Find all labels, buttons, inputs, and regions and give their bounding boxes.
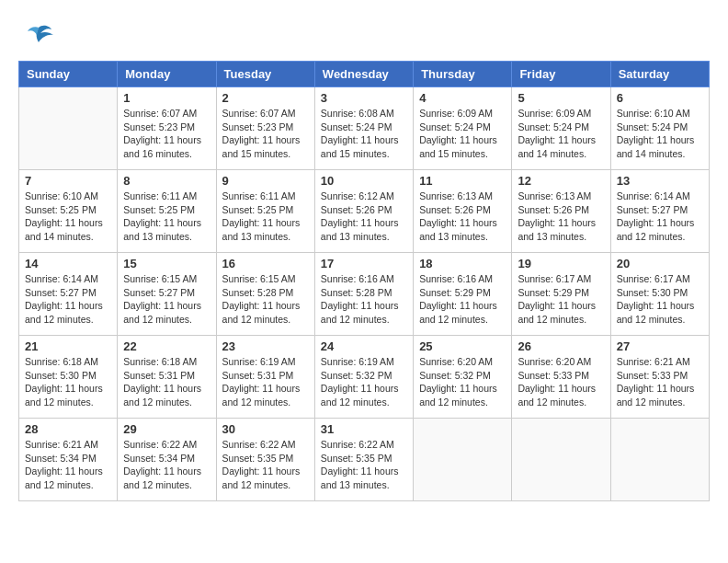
calendar-table: SundayMondayTuesdayWednesdayThursdayFrid… (18, 61, 710, 501)
day-number: 3 (321, 91, 407, 105)
day-info: Sunrise: 6:20 AM Sunset: 5:33 PM Dayligh… (518, 355, 604, 409)
calendar-cell: 17Sunrise: 6:16 AM Sunset: 5:28 PM Dayli… (314, 253, 413, 336)
day-info: Sunrise: 6:13 AM Sunset: 5:26 PM Dayligh… (518, 190, 604, 244)
day-number: 18 (419, 257, 506, 270)
day-number: 7 (25, 174, 111, 188)
calendar-cell: 28Sunrise: 6:21 AM Sunset: 5:34 PM Dayli… (19, 419, 118, 501)
day-number: 10 (321, 174, 407, 188)
day-number: 19 (518, 257, 604, 270)
calendar-cell: 16Sunrise: 6:15 AM Sunset: 5:28 PM Dayli… (216, 253, 314, 336)
day-info: Sunrise: 6:16 AM Sunset: 5:28 PM Dayligh… (321, 272, 407, 327)
day-number: 20 (617, 257, 703, 270)
calendar-cell: 1Sunrise: 6:07 AM Sunset: 5:23 PM Daylig… (118, 87, 216, 170)
day-info: Sunrise: 6:22 AM Sunset: 5:35 PM Dayligh… (222, 438, 309, 492)
calendar-cell: 15Sunrise: 6:15 AM Sunset: 5:27 PM Dayli… (118, 253, 216, 336)
day-info: Sunrise: 6:10 AM Sunset: 5:24 PM Dayligh… (617, 107, 703, 161)
day-number: 9 (222, 174, 309, 188)
calendar-cell: 4Sunrise: 6:09 AM Sunset: 5:24 PM Daylig… (414, 87, 512, 170)
day-info: Sunrise: 6:11 AM Sunset: 5:25 PM Dayligh… (123, 190, 210, 244)
weekday-header: Thursday (414, 62, 512, 87)
day-info: Sunrise: 6:19 AM Sunset: 5:32 PM Dayligh… (321, 355, 407, 409)
day-number: 21 (25, 339, 111, 353)
day-number: 16 (222, 257, 309, 270)
calendar-cell: 29Sunrise: 6:22 AM Sunset: 5:34 PM Dayli… (118, 419, 216, 501)
day-info: Sunrise: 6:13 AM Sunset: 5:26 PM Dayligh… (419, 190, 506, 244)
day-info: Sunrise: 6:09 AM Sunset: 5:24 PM Dayligh… (518, 107, 604, 161)
calendar-cell: 31Sunrise: 6:22 AM Sunset: 5:35 PM Dayli… (314, 419, 413, 501)
day-number: 15 (123, 257, 210, 270)
day-info: Sunrise: 6:14 AM Sunset: 5:27 PM Dayligh… (25, 272, 111, 327)
day-number: 28 (25, 422, 111, 436)
calendar-cell (414, 419, 512, 501)
day-info: Sunrise: 6:19 AM Sunset: 5:31 PM Dayligh… (222, 355, 309, 409)
calendar-cell: 20Sunrise: 6:17 AM Sunset: 5:30 PM Dayli… (610, 253, 709, 336)
day-info: Sunrise: 6:15 AM Sunset: 5:27 PM Dayligh… (123, 272, 210, 327)
calendar-cell (19, 87, 118, 170)
day-number: 27 (617, 339, 703, 353)
day-number: 30 (222, 422, 309, 436)
calendar-header-row: SundayMondayTuesdayWednesdayThursdayFrid… (19, 62, 710, 87)
calendar-cell: 14Sunrise: 6:14 AM Sunset: 5:27 PM Dayli… (19, 253, 118, 336)
day-number: 17 (321, 257, 407, 270)
day-number: 6 (617, 91, 703, 105)
day-info: Sunrise: 6:14 AM Sunset: 5:27 PM Dayligh… (617, 190, 703, 244)
day-info: Sunrise: 6:12 AM Sunset: 5:26 PM Dayligh… (321, 190, 407, 244)
calendar-cell (512, 419, 610, 501)
day-info: Sunrise: 6:09 AM Sunset: 5:24 PM Dayligh… (419, 107, 506, 161)
calendar-cell: 18Sunrise: 6:16 AM Sunset: 5:29 PM Dayli… (414, 253, 512, 336)
calendar-week-row: 28Sunrise: 6:21 AM Sunset: 5:34 PM Dayli… (19, 419, 710, 501)
calendar-cell: 21Sunrise: 6:18 AM Sunset: 5:30 PM Dayli… (19, 336, 118, 419)
day-number: 12 (518, 174, 604, 188)
calendar-cell: 30Sunrise: 6:22 AM Sunset: 5:35 PM Dayli… (216, 419, 314, 501)
calendar-cell: 7Sunrise: 6:10 AM Sunset: 5:25 PM Daylig… (19, 170, 118, 253)
calendar-cell: 8Sunrise: 6:11 AM Sunset: 5:25 PM Daylig… (118, 170, 216, 253)
calendar-cell: 25Sunrise: 6:20 AM Sunset: 5:32 PM Dayli… (414, 336, 512, 419)
day-number: 29 (123, 422, 210, 436)
day-number: 25 (419, 339, 506, 353)
day-number: 11 (419, 174, 506, 188)
day-number: 24 (321, 339, 407, 353)
calendar-cell: 12Sunrise: 6:13 AM Sunset: 5:26 PM Dayli… (512, 170, 610, 253)
header (18, 18, 710, 52)
day-number: 31 (321, 422, 407, 436)
day-number: 4 (419, 91, 506, 105)
day-number: 13 (617, 174, 703, 188)
day-number: 14 (25, 257, 111, 270)
day-info: Sunrise: 6:17 AM Sunset: 5:29 PM Dayligh… (518, 272, 604, 327)
weekday-header: Wednesday (314, 62, 413, 87)
calendar-cell: 6Sunrise: 6:10 AM Sunset: 5:24 PM Daylig… (610, 87, 709, 170)
day-number: 8 (123, 174, 210, 188)
day-info: Sunrise: 6:22 AM Sunset: 5:34 PM Dayligh… (123, 438, 210, 492)
day-number: 5 (518, 91, 604, 105)
day-info: Sunrise: 6:22 AM Sunset: 5:35 PM Dayligh… (321, 438, 407, 492)
calendar-cell: 26Sunrise: 6:20 AM Sunset: 5:33 PM Dayli… (512, 336, 610, 419)
day-info: Sunrise: 6:21 AM Sunset: 5:33 PM Dayligh… (617, 355, 703, 409)
day-info: Sunrise: 6:10 AM Sunset: 5:25 PM Dayligh… (25, 190, 111, 244)
logo-bird-icon (22, 18, 55, 52)
day-number: 2 (222, 91, 309, 105)
calendar-cell: 27Sunrise: 6:21 AM Sunset: 5:33 PM Dayli… (610, 336, 709, 419)
calendar-cell: 13Sunrise: 6:14 AM Sunset: 5:27 PM Dayli… (610, 170, 709, 253)
calendar-week-row: 7Sunrise: 6:10 AM Sunset: 5:25 PM Daylig… (19, 170, 710, 253)
day-info: Sunrise: 6:18 AM Sunset: 5:30 PM Dayligh… (25, 355, 111, 409)
calendar-cell: 10Sunrise: 6:12 AM Sunset: 5:26 PM Dayli… (314, 170, 413, 253)
calendar-week-row: 21Sunrise: 6:18 AM Sunset: 5:30 PM Dayli… (19, 336, 710, 419)
day-number: 22 (123, 339, 210, 353)
weekday-header: Tuesday (216, 62, 314, 87)
day-info: Sunrise: 6:07 AM Sunset: 5:23 PM Dayligh… (222, 107, 309, 161)
day-info: Sunrise: 6:07 AM Sunset: 5:23 PM Dayligh… (123, 107, 210, 161)
day-info: Sunrise: 6:11 AM Sunset: 5:25 PM Dayligh… (222, 190, 309, 244)
day-info: Sunrise: 6:08 AM Sunset: 5:24 PM Dayligh… (321, 107, 407, 161)
calendar-cell: 5Sunrise: 6:09 AM Sunset: 5:24 PM Daylig… (512, 87, 610, 170)
day-info: Sunrise: 6:20 AM Sunset: 5:32 PM Dayligh… (419, 355, 506, 409)
weekday-header: Saturday (610, 62, 709, 87)
weekday-header: Sunday (19, 62, 118, 87)
calendar-cell: 22Sunrise: 6:18 AM Sunset: 5:31 PM Dayli… (118, 336, 216, 419)
day-info: Sunrise: 6:15 AM Sunset: 5:28 PM Dayligh… (222, 272, 309, 327)
day-info: Sunrise: 6:17 AM Sunset: 5:30 PM Dayligh… (617, 272, 703, 327)
day-number: 1 (123, 91, 210, 105)
calendar-cell: 3Sunrise: 6:08 AM Sunset: 5:24 PM Daylig… (314, 87, 413, 170)
calendar-cell: 2Sunrise: 6:07 AM Sunset: 5:23 PM Daylig… (216, 87, 314, 170)
calendar-cell: 24Sunrise: 6:19 AM Sunset: 5:32 PM Dayli… (314, 336, 413, 419)
calendar-cell: 11Sunrise: 6:13 AM Sunset: 5:26 PM Dayli… (414, 170, 512, 253)
